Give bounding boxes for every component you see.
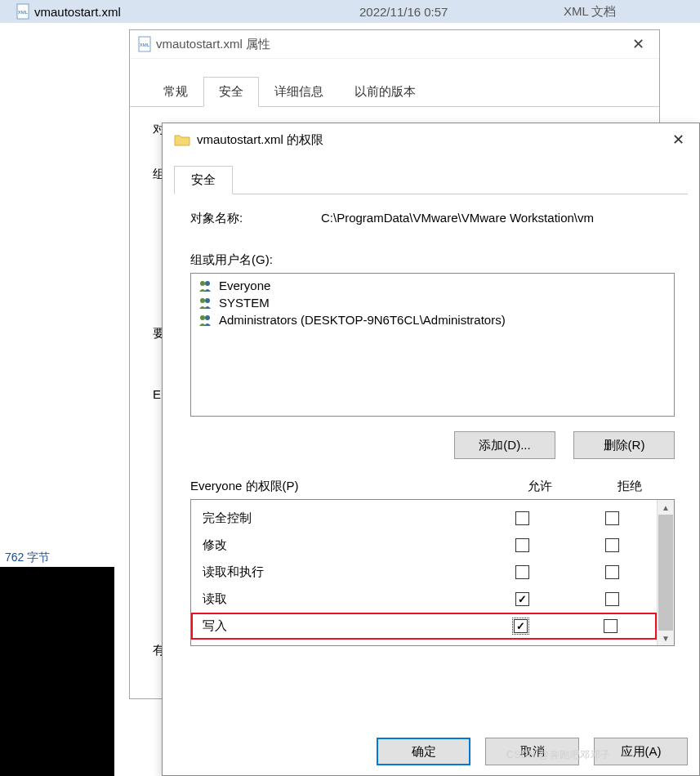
user-name: SYSTEM — [219, 296, 270, 310]
close-button[interactable]: ✕ — [669, 131, 688, 149]
permission-row: 完全控制 — [191, 505, 657, 532]
svg-point-4 — [200, 281, 205, 286]
xml-file-icon: XML — [138, 36, 151, 52]
ok-button[interactable]: 确定 — [377, 738, 470, 765]
svg-point-5 — [205, 281, 210, 286]
allow-checkbox[interactable] — [515, 592, 529, 606]
folder-icon — [174, 133, 190, 146]
close-button[interactable]: ✕ — [626, 35, 651, 53]
properties-tabs: 常规 安全 详细信息 以前的版本 — [148, 77, 659, 107]
background-block — [0, 567, 114, 776]
explorer-file-row[interactable]: XML vmautostart.xml 2022/11/16 0:57 XML … — [0, 0, 700, 23]
svg-text:XML: XML — [140, 42, 150, 47]
allow-header: 允许 — [495, 479, 585, 494]
group-users-label: 组或用户名(G): — [190, 252, 675, 268]
svg-text:XML: XML — [18, 10, 29, 15]
users-icon — [198, 314, 214, 327]
svg-point-6 — [200, 298, 205, 303]
allow-checkbox[interactable] — [515, 511, 529, 525]
watermark: CSDN @奔跑吧邓邓子 — [506, 748, 611, 762]
scrollbar[interactable]: ▲ ▼ — [657, 500, 674, 645]
permission-name: 读取 — [203, 591, 477, 607]
permission-row: 读取 — [191, 586, 657, 613]
permission-row: 修改 — [191, 532, 657, 559]
permissions-title: vmautostart.xml 的权限 — [197, 132, 323, 148]
allow-checkbox[interactable] — [515, 538, 529, 552]
permission-name: 写入 — [203, 618, 475, 634]
file-type: XML 文档 — [564, 4, 616, 20]
scroll-up-icon[interactable]: ▲ — [658, 500, 674, 515]
permission-row: 读取和执行 — [191, 559, 657, 586]
users-icon — [198, 297, 214, 310]
deny-checkbox[interactable] — [604, 619, 618, 633]
permissions-listbox: 完全控制修改读取和执行读取写入特殊权限 ▲ ▼ — [190, 499, 675, 646]
users-icon — [198, 279, 214, 292]
file-date: 2022/11/16 0:57 — [359, 5, 448, 19]
add-button[interactable]: 添加(D)... — [454, 431, 555, 459]
remove-button[interactable]: 删除(R) — [573, 431, 675, 459]
user-name: Everyone — [219, 279, 270, 292]
allow-checkbox[interactable] — [515, 565, 529, 579]
permission-name: 读取和执行 — [203, 564, 477, 580]
xml-file-icon: XML — [16, 3, 29, 20]
status-bar-size: 762 字节 — [0, 549, 114, 567]
list-item[interactable]: Administrators (DESKTOP-9N6T6CL\Administ… — [193, 311, 672, 328]
user-name: Administrators (DESKTOP-9N6T6CL\Administ… — [219, 313, 506, 327]
permission-name: 修改 — [203, 537, 477, 553]
list-item[interactable]: Everyone — [193, 277, 672, 294]
object-label: 对象名称: — [190, 211, 321, 226]
users-listbox[interactable]: Everyone SYSTEM Administrators (DESKTOP-… — [190, 273, 675, 417]
svg-point-9 — [205, 315, 210, 320]
deny-header: 拒绝 — [585, 479, 675, 494]
properties-title: vmautostart.xml 属性 — [156, 37, 270, 52]
deny-checkbox[interactable] — [605, 511, 619, 525]
permission-name: 完全控制 — [203, 511, 477, 526]
permissions-titlebar[interactable]: vmautostart.xml 的权限 ✕ — [163, 123, 699, 156]
tab-previous[interactable]: 以前的版本 — [339, 77, 431, 107]
permission-row: 写入 — [191, 613, 657, 640]
scroll-down-icon[interactable]: ▼ — [658, 631, 674, 645]
tab-general[interactable]: 常规 — [148, 77, 203, 107]
tab-details[interactable]: 详细信息 — [259, 77, 339, 107]
tab-security[interactable]: 安全 — [174, 166, 233, 194]
scroll-thumb[interactable] — [658, 515, 673, 631]
allow-checkbox[interactable] — [514, 619, 528, 633]
file-name: vmautostart.xml — [34, 5, 121, 19]
deny-checkbox[interactable] — [605, 592, 619, 606]
properties-titlebar[interactable]: XML vmautostart.xml 属性 ✕ — [130, 30, 659, 59]
permissions-for-label: Everyone 的权限(P) — [190, 479, 495, 494]
permissions-dialog: vmautostart.xml 的权限 ✕ 安全 对象名称: C:\Progra… — [162, 123, 700, 776]
object-path: C:\ProgramData\VMware\VMware Workstation… — [321, 211, 594, 226]
tab-security[interactable]: 安全 — [203, 77, 259, 107]
svg-point-8 — [200, 315, 205, 320]
permissions-content: 对象名称: C:\ProgramData\VMware\VMware Works… — [163, 194, 699, 658]
svg-point-7 — [205, 298, 210, 303]
permission-row: 特殊权限 — [191, 640, 657, 645]
list-item[interactable]: SYSTEM — [193, 294, 672, 311]
deny-checkbox[interactable] — [605, 538, 619, 552]
permissions-tabs: 安全 — [174, 166, 699, 194]
deny-checkbox[interactable] — [605, 565, 619, 579]
